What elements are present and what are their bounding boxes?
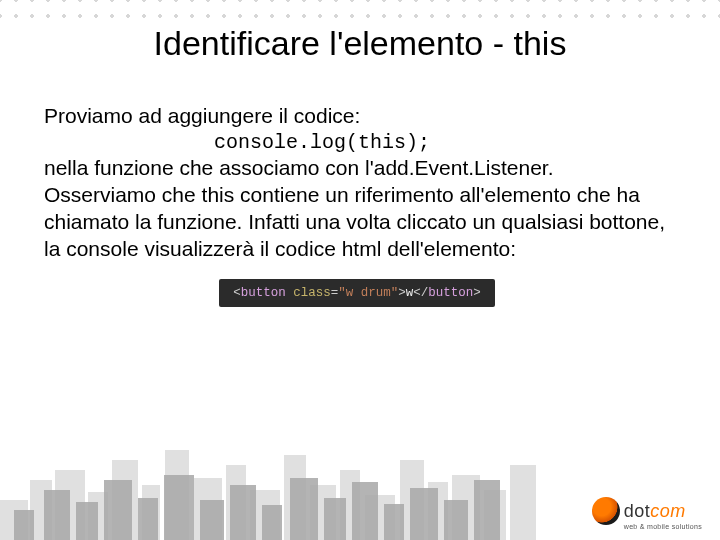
svg-rect-34 <box>474 480 500 540</box>
svg-rect-18 <box>510 465 536 540</box>
svg-rect-27 <box>262 505 282 540</box>
svg-rect-22 <box>104 480 132 540</box>
svg-rect-29 <box>324 498 346 540</box>
svg-rect-25 <box>200 500 224 540</box>
svg-rect-26 <box>230 485 256 540</box>
paragraph-1: Proviamo ad aggiungere il codice: <box>44 103 670 130</box>
svg-rect-30 <box>352 482 378 540</box>
svg-rect-24 <box>164 475 194 540</box>
inline-code: console.log(this); <box>44 130 670 156</box>
svg-rect-31 <box>384 504 404 540</box>
logo-swirl-icon <box>592 497 620 525</box>
svg-rect-20 <box>44 490 70 540</box>
svg-rect-28 <box>290 478 318 540</box>
dotcom-logo: dotcom web & mobile solutions <box>592 497 702 530</box>
svg-rect-19 <box>14 510 34 540</box>
console-html-output: <button class="w drum">w</button> <box>219 279 495 307</box>
paragraph-2: nella funzione che associamo con l'add.E… <box>44 155 670 263</box>
svg-rect-33 <box>444 500 468 540</box>
logo-wordmark: dotcom <box>624 501 686 522</box>
slide-body: Proviamo ad aggiungere il codice: consol… <box>0 63 720 307</box>
svg-rect-23 <box>138 498 158 540</box>
svg-rect-32 <box>410 488 438 540</box>
svg-rect-21 <box>76 502 98 540</box>
slide-title: Identificare l'elemento - this <box>0 0 720 63</box>
